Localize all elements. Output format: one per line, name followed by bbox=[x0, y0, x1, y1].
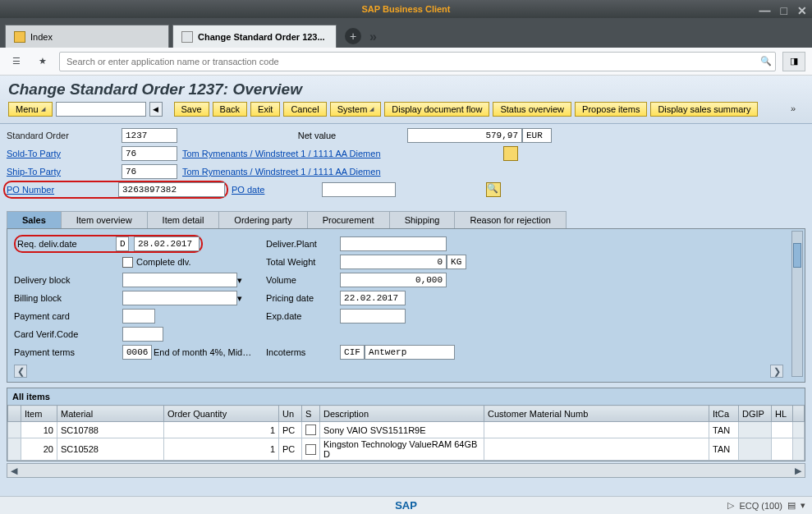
toolbar-overflow-icon[interactable]: » bbox=[791, 103, 796, 113]
scroll-left-icon[interactable]: ◀ bbox=[7, 466, 21, 476]
col-s[interactable]: S bbox=[302, 406, 320, 422]
content-hscroll[interactable]: ◀ ▶ bbox=[7, 463, 805, 478]
exp-date-field[interactable] bbox=[340, 309, 406, 324]
scroll-right-icon[interactable]: ▶ bbox=[791, 466, 805, 476]
pricing-date-field[interactable] bbox=[340, 291, 406, 305]
row-selector-header bbox=[8, 406, 21, 422]
col-material[interactable]: Material bbox=[57, 406, 164, 422]
tab-vscroll[interactable] bbox=[791, 231, 803, 377]
status-overview-button[interactable]: Status overview bbox=[493, 102, 571, 117]
col-cmn[interactable]: Customer Material Numb bbox=[484, 406, 709, 422]
propose-items-button[interactable]: Propose items bbox=[575, 102, 647, 117]
row-checkbox[interactable] bbox=[305, 444, 316, 455]
card-verif-label: Card Verif.Code bbox=[14, 329, 122, 339]
chevron-down-icon[interactable]: ▾ bbox=[237, 275, 242, 286]
toolbar: Menu ◀ Save Back Exit Cancel System Disp… bbox=[8, 102, 804, 117]
col-scroll bbox=[793, 406, 805, 422]
sales-tab-body: Req. deliv.date Complete dlv. Delivery b… bbox=[7, 229, 805, 383]
tab-reason-rejection[interactable]: Reason for rejection bbox=[454, 211, 566, 228]
col-hl[interactable]: HL bbox=[772, 406, 793, 422]
save-button[interactable]: Save bbox=[174, 102, 209, 117]
document-icon[interactable] bbox=[503, 146, 518, 161]
search-icon[interactable]: 🔍 bbox=[756, 52, 776, 71]
po-date-field[interactable] bbox=[322, 182, 396, 197]
session-icon[interactable]: ▤ bbox=[787, 500, 796, 511]
deliver-plant-label: Deliver.Plant bbox=[266, 239, 340, 249]
po-number-field[interactable] bbox=[118, 182, 225, 197]
new-tab-button[interactable]: + bbox=[345, 28, 361, 44]
tab-item-overview[interactable]: Item overview bbox=[61, 211, 148, 228]
table-row[interactable]: 20 SC10528 1 PC Kingston Technology Valu… bbox=[8, 438, 805, 461]
chevron-down-icon[interactable]: ▾ bbox=[237, 293, 242, 304]
minimize-icon[interactable]: — bbox=[759, 2, 771, 20]
col-dgip[interactable]: DGIP bbox=[739, 406, 772, 422]
sold-to-party-link[interactable]: Sold-To Party bbox=[7, 149, 61, 158]
close-icon[interactable]: ✕ bbox=[797, 2, 807, 20]
tab-overflow-icon[interactable]: » bbox=[369, 30, 377, 44]
detail-tabs: Sales Item overview Item detail Ordering… bbox=[7, 211, 805, 229]
tab-shipping[interactable]: Shipping bbox=[389, 211, 456, 228]
tab-ordering-party[interactable]: Ordering party bbox=[218, 211, 307, 228]
payment-card-field[interactable] bbox=[122, 309, 155, 324]
chevron-down-icon[interactable]: ▾ bbox=[801, 500, 805, 511]
card-verif-field[interactable] bbox=[122, 327, 163, 342]
delivery-block-field[interactable] bbox=[122, 273, 237, 287]
table-row[interactable]: 10 SC10788 1 PC Sony VAIO SVS1511R9E TAN bbox=[8, 422, 805, 438]
system-button[interactable]: System bbox=[330, 102, 382, 117]
deliver-plant-field[interactable] bbox=[340, 236, 447, 251]
total-weight-unit bbox=[447, 255, 466, 269]
arrow-right-icon[interactable]: ▷ bbox=[727, 500, 734, 511]
sold-to-party-field[interactable] bbox=[122, 146, 177, 161]
menu-icon[interactable]: ☰ bbox=[7, 52, 26, 71]
back-button[interactable]: Back bbox=[213, 102, 247, 117]
standard-order-label: Standard Order bbox=[7, 131, 122, 140]
standard-order-field[interactable] bbox=[122, 128, 177, 143]
tab-item-detail[interactable]: Item detail bbox=[147, 211, 220, 228]
page-title: Change Standard Order 1237: Overview bbox=[8, 80, 804, 99]
ship-to-partner-link[interactable]: Tom Rymenants / Windstreet 1 / 1111 AA D… bbox=[182, 167, 381, 177]
row-checkbox[interactable] bbox=[305, 425, 316, 435]
search-doc-icon[interactable]: 🔍 bbox=[486, 182, 501, 197]
po-date-link[interactable]: PO date bbox=[232, 185, 264, 195]
favorite-icon[interactable]: ★ bbox=[33, 52, 53, 71]
col-desc[interactable]: Description bbox=[320, 406, 484, 422]
billing-block-field[interactable] bbox=[122, 291, 237, 305]
sap-logo: SAP bbox=[395, 499, 417, 512]
col-itca[interactable]: ItCa bbox=[709, 406, 739, 422]
sold-to-partner-link[interactable]: Tom Rymenants / Windstreet 1 / 1111 AA D… bbox=[182, 149, 381, 158]
index-icon bbox=[14, 31, 25, 43]
scroll-right-icon[interactable]: ❯ bbox=[770, 365, 783, 378]
incoterms-desc[interactable] bbox=[365, 345, 455, 360]
command-back-icon[interactable]: ◀ bbox=[149, 102, 163, 117]
col-un[interactable]: Un bbox=[279, 406, 302, 422]
exit-button[interactable]: Exit bbox=[250, 102, 280, 117]
ship-to-party-link[interactable]: Ship-To Party bbox=[7, 167, 61, 177]
col-qty[interactable]: Order Quantity bbox=[164, 406, 279, 422]
incoterms-code[interactable] bbox=[340, 345, 365, 360]
ship-to-party-field[interactable] bbox=[122, 164, 177, 179]
po-number-link[interactable]: PO Number bbox=[7, 185, 54, 195]
list-icon bbox=[181, 31, 193, 43]
payment-terms-code[interactable] bbox=[122, 345, 152, 360]
complete-dlv-checkbox[interactable] bbox=[122, 257, 133, 268]
command-field[interactable] bbox=[56, 102, 146, 117]
app-tab-index[interactable]: Index bbox=[5, 25, 169, 48]
search-input[interactable] bbox=[59, 52, 776, 71]
items-table: Item Material Order Quantity Un S Descri… bbox=[7, 405, 805, 461]
menu-button[interactable]: Menu bbox=[8, 102, 53, 117]
scroll-left-icon[interactable]: ❮ bbox=[14, 365, 27, 378]
document-flow-button[interactable]: Display document flow bbox=[384, 102, 489, 117]
col-item[interactable]: Item bbox=[21, 406, 57, 422]
tab-procurement[interactable]: Procurement bbox=[307, 211, 390, 228]
maximize-icon[interactable]: □ bbox=[781, 2, 787, 20]
req-deliv-date-type[interactable] bbox=[116, 236, 129, 251]
app-tab-main[interactable]: Change Standard Order 123... bbox=[172, 25, 337, 48]
req-deliv-date-field[interactable] bbox=[134, 236, 200, 251]
billing-block-label: Billing block bbox=[14, 293, 122, 303]
volume-field bbox=[340, 273, 447, 287]
sales-summary-button[interactable]: Display sales summary bbox=[650, 102, 758, 117]
cancel-button[interactable]: Cancel bbox=[283, 102, 326, 117]
side-panel-toggle[interactable]: ◨ bbox=[782, 52, 805, 71]
total-weight-label: Total Weight bbox=[266, 257, 340, 267]
tab-sales[interactable]: Sales bbox=[7, 211, 62, 228]
